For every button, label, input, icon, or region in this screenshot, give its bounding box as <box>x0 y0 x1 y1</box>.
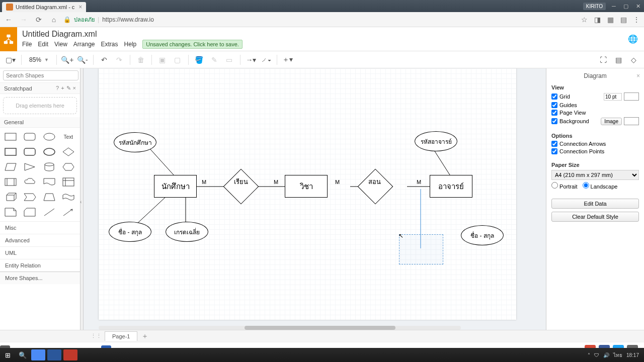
bg-image-button[interactable]: Image <box>601 118 622 125</box>
waypoint-icon[interactable]: ⟋▾ <box>260 53 273 66</box>
category-entity-relation[interactable]: Entity Relation <box>0 259 80 272</box>
menu-help[interactable]: Help <box>124 41 137 48</box>
grid-checkbox[interactable] <box>551 94 557 100</box>
insert-icon[interactable]: ＋▾ <box>281 53 294 66</box>
shape-parallelogram[interactable] <box>3 161 18 173</box>
shape-diamond[interactable] <box>61 146 76 158</box>
menu-view[interactable]: View <box>54 41 67 48</box>
shape-rect[interactable] <box>3 131 18 143</box>
menu-file[interactable]: File <box>22 41 32 48</box>
shape-process[interactable] <box>3 176 18 188</box>
browser-tab[interactable]: Untitled Diagram.xml - c × <box>2 2 86 12</box>
general-header[interactable]: General <box>0 117 80 128</box>
chrome-taskbar-icon[interactable] <box>31 349 45 360</box>
rect-teacher[interactable]: อาจารย์ <box>430 175 472 198</box>
shape-line[interactable] <box>42 206 57 218</box>
shape-rect-filled[interactable] <box>3 146 18 158</box>
canvas-hscrollbar[interactable] <box>99 326 461 330</box>
scratchpad-dropzone[interactable]: Drag elements here <box>3 97 77 114</box>
background-checkbox[interactable] <box>551 118 557 124</box>
menu-arrange[interactable]: Arrange <box>73 41 95 48</box>
back-icon[interactable]: ← <box>3 14 14 25</box>
edit-data-button[interactable]: Edit Data <box>551 199 639 209</box>
diamond-study[interactable]: เรียน <box>228 174 254 199</box>
menu-icon[interactable]: ⋮ <box>632 16 641 24</box>
tray-language[interactable]: ไทย <box>613 351 622 359</box>
fill-icon[interactable]: 🪣 <box>193 53 206 66</box>
forward-icon[interactable]: → <box>18 14 29 25</box>
menu-extras[interactable]: Extras <box>101 41 118 48</box>
ellipse-name1[interactable]: ชื่อ - สกุล <box>109 222 151 242</box>
add-icon[interactable]: + <box>61 85 64 92</box>
shape-rounded-filled[interactable] <box>22 146 37 158</box>
reload-icon[interactable]: ⟳ <box>33 14 44 25</box>
delete-icon[interactable]: 🗑 <box>134 53 147 66</box>
shape-internal-storage[interactable] <box>61 176 76 188</box>
ellipse-teacher-id[interactable]: รหัสอาจารย์ <box>415 131 457 151</box>
zoom-select[interactable]: 85%▼ <box>26 56 52 64</box>
conn-arrows-checkbox[interactable] <box>551 141 557 147</box>
clear-style-button[interactable]: Clear Default Style <box>551 212 639 222</box>
start-button[interactable]: ⊞ <box>0 348 15 362</box>
page-menu-icon[interactable]: ⋮⋮ <box>91 333 102 339</box>
ellipse-student-id[interactable]: รหัสนักศึกษา <box>114 132 156 152</box>
shape-text[interactable]: Text <box>61 131 76 143</box>
view-toggle-button[interactable]: ▢▾ <box>4 53 17 66</box>
drawio-logo[interactable] <box>0 27 17 51</box>
close-icon[interactable]: ✕ <box>632 1 644 11</box>
tray-time[interactable]: 18:17 <box>626 352 639 358</box>
to-front-icon[interactable]: ▣ <box>156 53 169 66</box>
close-tab-icon[interactable]: × <box>78 4 82 11</box>
zoom-in-icon[interactable]: 🔍+ <box>61 53 74 66</box>
grid-size-input[interactable] <box>604 93 622 101</box>
share-icon[interactable]: 🌐 <box>628 34 638 44</box>
scratchpad-header[interactable]: Scratchpad ? + ✎ × <box>0 83 80 94</box>
system-tray[interactable]: ˄ 🛡 🔊 ไทย 18:17 <box>588 351 644 359</box>
canvas[interactable]: รหัสนักศึกษา รหัสอาจารย์ นักศึกษา เรียน … <box>84 68 546 330</box>
grid-color-swatch[interactable] <box>624 93 639 101</box>
app-taskbar-icon[interactable] <box>63 349 77 360</box>
add-page-button[interactable]: ＋ <box>141 332 148 341</box>
rect-student[interactable]: นักศึกษา <box>154 175 197 198</box>
pageview-checkbox[interactable] <box>551 110 557 116</box>
shape-ellipse[interactable] <box>42 131 57 143</box>
diagram-page[interactable]: รหัสนักศึกษา รหัสอาจารย์ นักศึกษา เรียน … <box>99 68 516 320</box>
url-box[interactable]: 🔒 ปลอดภัย | https://www.draw.io <box>63 15 576 24</box>
tray-defender-icon[interactable]: 🛡 <box>594 352 599 358</box>
redo-icon[interactable]: ↷ <box>113 53 126 66</box>
shape-card[interactable] <box>22 206 37 218</box>
search-shapes-input[interactable] <box>3 70 78 80</box>
shape-tape[interactable] <box>61 191 76 203</box>
shape-document[interactable] <box>42 176 57 188</box>
save-notice[interactable]: Unsaved changes. Click here to save. <box>142 40 243 49</box>
translate-icon[interactable]: ◨ <box>593 16 602 24</box>
shape-hexagon[interactable] <box>61 161 76 173</box>
shadow-icon[interactable]: ▭ <box>223 53 236 66</box>
outline-icon[interactable]: ◇ <box>627 53 640 66</box>
extension-icon[interactable]: ▦ <box>606 16 615 24</box>
paper-size-select[interactable]: A4 (210 mm x 297 mm) <box>551 170 639 180</box>
bg-color-swatch[interactable] <box>624 117 639 125</box>
guides-checkbox[interactable] <box>551 102 557 108</box>
zoom-out-icon[interactable]: 🔍- <box>76 53 89 66</box>
shape-arrow-line[interactable] <box>61 206 76 218</box>
more-shapes-button[interactable]: More Shapes... <box>0 272 80 284</box>
shape-rounded-rect[interactable] <box>22 131 37 143</box>
landscape-radio[interactable] <box>583 182 589 189</box>
shape-cylinder[interactable] <box>42 161 57 173</box>
portrait-radio[interactable] <box>551 182 558 189</box>
conn-points-checkbox[interactable] <box>551 148 557 154</box>
category-misc[interactable]: Misc <box>0 221 80 234</box>
category-advanced[interactable]: Advanced <box>0 234 80 246</box>
tray-chevron-icon[interactable]: ˄ <box>588 352 590 358</box>
shape-cube[interactable] <box>3 191 18 203</box>
close-panel-icon[interactable]: × <box>636 72 640 79</box>
home-icon[interactable]: ⌂ <box>48 14 59 25</box>
maximize-icon[interactable]: ▢ <box>620 1 632 11</box>
shape-trapezoid[interactable] <box>42 191 57 203</box>
search-button[interactable]: 🔍 <box>15 348 30 362</box>
star-icon[interactable]: ☆ <box>580 16 589 24</box>
shape-cloud[interactable] <box>22 176 37 188</box>
format-panel-icon[interactable]: ▤ <box>612 53 625 66</box>
to-back-icon[interactable]: ▢ <box>171 53 184 66</box>
